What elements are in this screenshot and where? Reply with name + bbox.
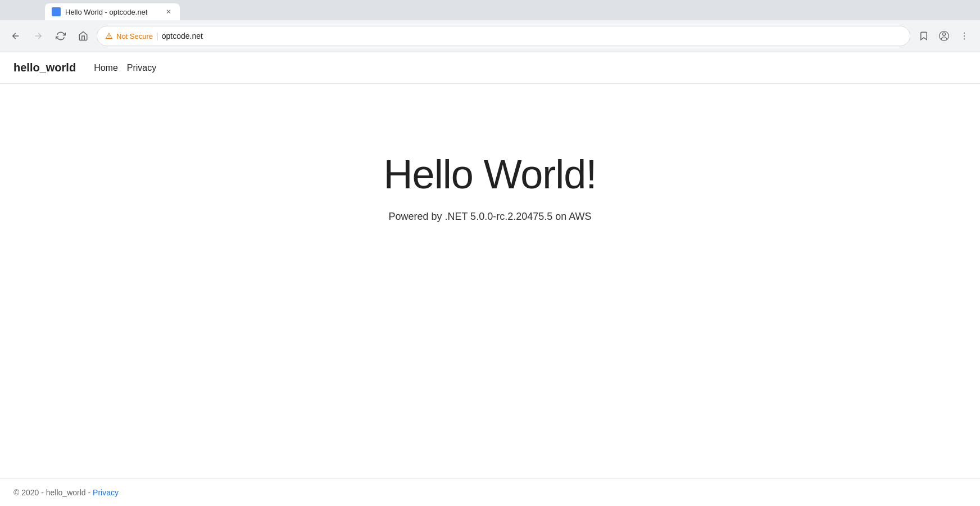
tab-title: Hello World - optcode.net: [65, 8, 160, 16]
forward-button[interactable]: [29, 27, 47, 45]
not-secure-label: Not Secure: [116, 32, 153, 40]
svg-point-2: [964, 33, 965, 34]
address-separator: |: [156, 31, 158, 40]
more-menu-button[interactable]: [955, 27, 973, 45]
svg-point-1: [943, 33, 946, 35]
tab-bar: Hello World - optcode.net ✕: [0, 0, 980, 20]
tab-close-button[interactable]: ✕: [164, 7, 173, 16]
svg-point-4: [964, 38, 965, 39]
nav-link-privacy[interactable]: Privacy: [127, 63, 156, 73]
website: hello_world Home Privacy Hello World! Po…: [0, 52, 980, 268]
active-tab[interactable]: Hello World - optcode.net ✕: [45, 3, 180, 20]
security-warning-icon: [105, 32, 113, 40]
nav-links: Home Privacy: [94, 63, 156, 73]
back-button[interactable]: [7, 27, 25, 45]
footer-privacy-link[interactable]: Privacy: [93, 488, 119, 497]
page-navbar: hello_world Home Privacy: [0, 52, 980, 84]
svg-point-3: [964, 35, 965, 37]
page-heading: Hello World!: [384, 151, 597, 197]
page-content: Hello World! Powered by .NET 5.0.0-rc.2.…: [0, 84, 980, 268]
page-subtitle: Powered by .NET 5.0.0-rc.2.20475.5 on AW…: [388, 211, 591, 223]
reload-button[interactable]: [52, 27, 70, 45]
browser-chrome: Hello World - optcode.net ✕: [0, 0, 980, 52]
toolbar: Not Secure | optcode.net: [0, 20, 980, 52]
nav-link-home[interactable]: Home: [94, 63, 118, 73]
bookmark-button[interactable]: [915, 27, 933, 45]
footer-copyright: © 2020 - hello_world -: [13, 488, 93, 497]
home-button[interactable]: [74, 27, 92, 45]
toolbar-actions: [915, 27, 973, 45]
address-bar[interactable]: Not Secure | optcode.net: [97, 26, 910, 46]
site-brand[interactable]: hello_world: [13, 61, 76, 74]
profile-button[interactable]: [935, 27, 953, 45]
page-footer: © 2020 - hello_world - Privacy: [0, 478, 980, 506]
tab-favicon: [52, 7, 61, 16]
url-display: optcode.net: [162, 31, 203, 40]
